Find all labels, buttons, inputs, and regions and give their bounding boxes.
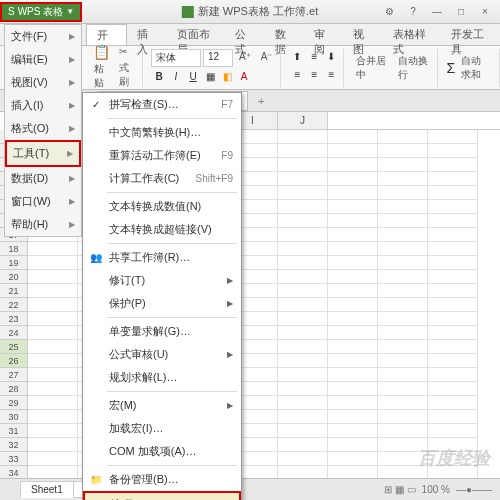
cell[interactable] [278,326,328,340]
menu-item[interactable]: 窗口(W)▶ [5,190,81,213]
font-color-button[interactable]: A [236,69,252,85]
menu-item[interactable]: 文件(F)▶ [5,25,81,48]
cell[interactable] [278,158,328,172]
row-header[interactable]: 19 [0,256,28,270]
cell[interactable] [328,466,378,478]
submenu-item[interactable]: 计算工作表(C)Shift+F9 [83,167,241,190]
cell[interactable] [428,256,478,270]
cell[interactable] [28,396,78,410]
cell[interactable] [328,172,378,186]
cell[interactable] [378,396,428,410]
ribbon-tab[interactable]: 开始 [86,24,127,45]
menu-item[interactable]: 视图(V)▶ [5,71,81,94]
cell[interactable] [428,298,478,312]
cell[interactable] [278,354,328,368]
menu-item[interactable]: 数据(D)▶ [5,167,81,190]
close-button[interactable]: × [474,4,496,20]
align-right-icon[interactable]: ≡ [323,67,339,83]
cell[interactable] [28,312,78,326]
cell[interactable] [378,284,428,298]
cell[interactable] [28,284,78,298]
add-tab-button[interactable]: + [252,95,270,107]
cell[interactable] [428,354,478,368]
cell[interactable] [278,284,328,298]
cell[interactable] [328,242,378,256]
cell[interactable] [428,326,478,340]
cell[interactable] [278,340,328,354]
menu-item[interactable]: 编辑(E)▶ [5,48,81,71]
submenu-item[interactable]: 修订(T)▶ [83,269,241,292]
paste-icon[interactable]: 📋 [93,44,110,60]
cell[interactable] [328,326,378,340]
maximize-button[interactable]: □ [450,4,472,20]
cell[interactable] [278,242,328,256]
cell[interactable] [378,158,428,172]
submenu-item[interactable]: 文本转换成超链接(V) [83,218,241,241]
italic-button[interactable]: I [168,69,184,85]
cell[interactable] [278,424,328,438]
cell[interactable] [328,214,378,228]
cell[interactable] [428,144,478,158]
menu-item[interactable]: 工具(T)▶ [5,140,81,167]
align-mid-icon[interactable]: ≡ [306,49,322,65]
cell[interactable] [278,452,328,466]
cell[interactable] [278,270,328,284]
submenu-item[interactable]: ✓拼写检查(S)…F7 [83,93,241,116]
submenu-item[interactable]: 重算活动工作簿(E)F9 [83,144,241,167]
cell[interactable] [428,312,478,326]
cell[interactable] [28,438,78,452]
settings-icon[interactable]: ⚙ [378,4,400,20]
cell[interactable] [378,410,428,424]
ribbon-tab[interactable]: 插入 [127,24,166,45]
cell[interactable] [378,368,428,382]
cell[interactable] [28,452,78,466]
bold-button[interactable]: B [151,69,167,85]
cell[interactable] [278,396,328,410]
cell[interactable] [328,228,378,242]
cell[interactable] [378,214,428,228]
submenu-item[interactable]: ⚙选项(O)… [83,491,241,500]
cell[interactable] [328,340,378,354]
autosum-button[interactable]: 自动求和 [457,52,495,84]
cell[interactable] [328,270,378,284]
cell[interactable] [278,130,328,144]
cell[interactable] [378,172,428,186]
cell[interactable] [328,354,378,368]
help-icon[interactable]: ? [402,4,424,20]
row-header[interactable]: 27 [0,368,28,382]
ribbon-tab[interactable]: 视图 [343,24,382,45]
submenu-item[interactable]: 单变量求解(G)… [83,320,241,343]
ribbon-tab[interactable]: 页面布局 [167,24,226,45]
cell[interactable] [378,298,428,312]
cell[interactable] [378,228,428,242]
zoom-controls[interactable]: ⊞ ▦ ▭ 100 % —●—— [384,484,500,495]
cell[interactable] [378,200,428,214]
cell[interactable] [428,130,478,144]
cell[interactable] [378,354,428,368]
cell[interactable] [378,130,428,144]
cell[interactable] [328,298,378,312]
cell[interactable] [278,144,328,158]
cell[interactable] [428,396,478,410]
cell[interactable] [328,186,378,200]
cell[interactable] [328,424,378,438]
submenu-item[interactable]: 加载宏(I)… [83,417,241,440]
cell[interactable] [328,158,378,172]
cell[interactable] [278,382,328,396]
sum-icon[interactable]: Σ [446,60,455,76]
cell[interactable] [428,382,478,396]
row-header[interactable]: 24 [0,326,28,340]
submenu-item[interactable]: 保护(P)▶ [83,292,241,315]
paste-button[interactable]: 粘贴 [90,60,113,92]
cell[interactable] [278,172,328,186]
size-select[interactable]: 12 [203,49,233,67]
merge-button[interactable]: 合并居中 [352,52,392,84]
cell[interactable] [428,284,478,298]
cell[interactable] [28,242,78,256]
row-header[interactable]: 33 [0,452,28,466]
cell[interactable] [328,200,378,214]
ribbon-tab[interactable]: 开发工具 [441,24,500,45]
cell[interactable] [28,466,78,478]
decrease-font-icon[interactable]: A⁻ [257,49,277,67]
row-header[interactable]: 26 [0,354,28,368]
